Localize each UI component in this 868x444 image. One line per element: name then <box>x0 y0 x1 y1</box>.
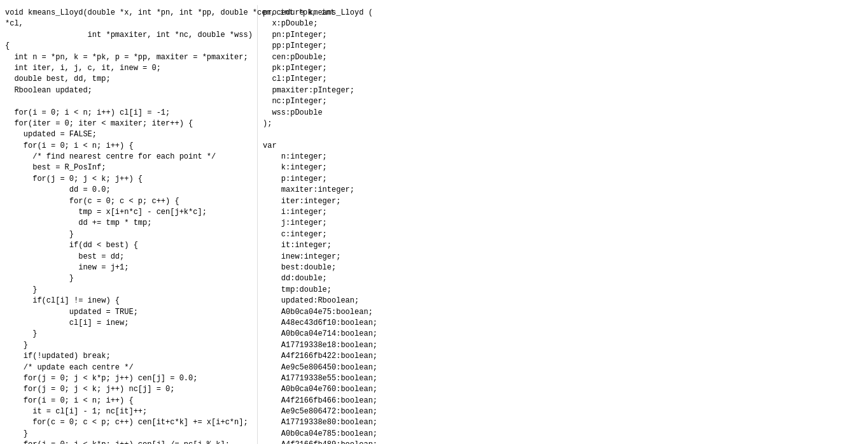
right-line-8: pmaxiter:pInteger; <box>263 85 863 96</box>
left-line-11: for(iter = 0; iter < maxiter; iter++) { <box>5 118 252 129</box>
right-line-17: maxiter:integer; <box>263 185 863 196</box>
right-line-23: inew:integer; <box>263 252 863 262</box>
main-container: void kmeans_Lloyd(double *x, int *pn, in… <box>0 0 868 444</box>
left-line-1: void kmeans_Lloyd(double *x, int *pn, in… <box>5 8 252 18</box>
left-line-16: for(j = 0; j < k; j++) { <box>5 174 252 185</box>
left-line-20: dd += tmp * tmp; <box>5 218 252 229</box>
right-line-7: cl:pInteger; <box>263 74 863 85</box>
left-line-28: updated = TRUE; <box>5 307 252 318</box>
left-line-30: } <box>5 329 252 340</box>
left-line-31: } <box>5 340 252 351</box>
right-line-9: nc:pInteger; <box>263 96 863 107</box>
left-line-2: *cl, <box>5 18 252 29</box>
right-line-40: A4f2166fb489:boolean; <box>263 440 863 444</box>
right-line-1: procedure kmeans_Lloyd ( <box>263 8 863 18</box>
right-line-34: A17719338e55:boolean; <box>263 373 863 384</box>
left-line-14: /* find nearest centre for each point */ <box>5 152 252 162</box>
right-line-25: dd:double; <box>263 273 863 284</box>
right-line-18: iter:integer; <box>263 196 863 207</box>
left-line-39: } <box>5 429 252 440</box>
right-line-19: i:integer; <box>263 207 863 218</box>
right-line-29: A48ec43d6f10:boolean; <box>263 318 863 329</box>
right-line-3: pn:pInteger; <box>263 30 863 41</box>
right-line-26: tmp:double; <box>263 285 863 296</box>
right-line-15: k:integer; <box>263 162 863 173</box>
left-line-25: } <box>5 273 252 284</box>
left-line-24: inew = j+1; <box>5 262 252 273</box>
left-line-6: int iter, i, j, c, it, inew = 0; <box>5 63 252 74</box>
right-line-27: updated:Rboolean; <box>263 296 863 306</box>
right-line-33: Ae9c5e806450:boolean; <box>263 362 863 373</box>
right-line-13: var <box>263 141 863 152</box>
right-line-28: A0b0ca04e75:boolean; <box>263 307 863 318</box>
left-line-26: } <box>5 285 252 296</box>
left-line-23: best = dd; <box>5 252 252 262</box>
right-line-36: A4f2166fb466:boolean; <box>263 396 863 406</box>
right-line-10: wss:pDouble <box>263 108 863 118</box>
left-line-35: for(j = 0; j < k; j++) nc[j] = 0; <box>5 384 252 395</box>
left-line-36: for(i = 0; i < n; i++) { <box>5 396 252 406</box>
left-line-37: it = cl[i] - 1; nc[it]++; <box>5 406 252 417</box>
right-line-22: it:integer; <box>263 240 863 251</box>
right-line-14: n:integer; <box>263 152 863 162</box>
right-line-12 <box>263 129 863 140</box>
left-line-22: if(dd < best) { <box>5 240 252 251</box>
left-line-18: for(c = 0; c < p; c++) { <box>5 196 252 207</box>
right-line-35: A0b0ca04e760:boolean; <box>263 384 863 395</box>
left-line-8: Rboolean updated; <box>5 85 252 96</box>
left-code-panel: void kmeans_Lloyd(double *x, int *pn, in… <box>0 5 258 444</box>
left-line-9 <box>5 96 252 107</box>
left-line-34: for(j = 0; j < k*p; j++) cen[j] = 0.0; <box>5 373 252 384</box>
left-line-10: for(i = 0; i < n; i++) cl[i] = -1; <box>5 108 252 118</box>
right-line-5: cen:pDouble; <box>263 52 863 63</box>
right-code-panel: procedure kmeans_Lloyd ( x:pDouble; pn:p… <box>258 5 868 444</box>
right-line-21: c:integer; <box>263 229 863 240</box>
right-line-37: Ae9c5e806472:boolean; <box>263 406 863 417</box>
left-line-13: for(i = 0; i < n; i++) { <box>5 141 252 152</box>
left-line-7: double best, dd, tmp; <box>5 74 252 85</box>
right-line-16: p:integer; <box>263 174 863 185</box>
right-line-24: best:double; <box>263 262 863 273</box>
left-line-12: updated = FALSE; <box>5 129 252 140</box>
right-line-30: A0b0ca04e714:boolean; <box>263 329 863 340</box>
right-line-4: pp:pInteger; <box>263 41 863 52</box>
right-line-32: A4f2166fb422:boolean; <box>263 351 863 362</box>
right-line-2: x:pDouble; <box>263 18 863 29</box>
left-line-15: best = R_PosInf; <box>5 162 252 173</box>
left-line-38: for(c = 0; c < p; c++) cen[it+c*k] += x[… <box>5 417 252 428</box>
right-line-31: A17719338e18:boolean; <box>263 340 863 351</box>
right-line-38: A17719338e80:boolean; <box>263 417 863 428</box>
left-line-17: dd = 0.0; <box>5 185 252 196</box>
left-line-3: int *pmaxiter, int *nc, double *wss) <box>5 30 252 41</box>
left-line-5: int n = *pn, k = *pk, p = *pp, maxiter =… <box>5 52 252 63</box>
left-line-21: } <box>5 229 252 240</box>
left-line-32: if(!updated) break; <box>5 351 252 362</box>
left-line-40: for(j = 0; j < k*p; j++) cen[j] /= nc[j … <box>5 440 252 444</box>
right-line-20: j:integer; <box>263 218 863 229</box>
left-line-4: { <box>5 41 252 52</box>
left-line-27: if(cl[i] != inew) { <box>5 296 252 306</box>
left-line-29: cl[i] = inew; <box>5 318 252 329</box>
right-line-6: pk:pInteger; <box>263 63 863 74</box>
left-line-19: tmp = x[i+n*c] - cen[j+k*c]; <box>5 207 252 218</box>
right-line-11: ); <box>263 118 863 129</box>
left-line-33: /* update each centre */ <box>5 362 252 373</box>
right-line-39: A0b0ca04e785:boolean; <box>263 429 863 440</box>
